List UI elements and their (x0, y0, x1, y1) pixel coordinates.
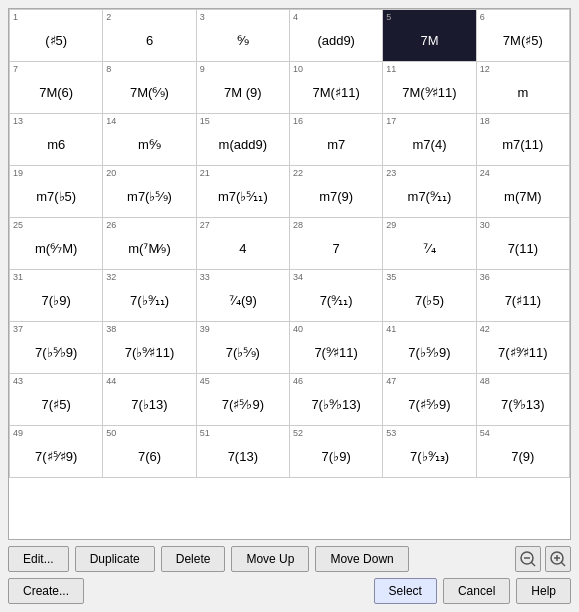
cell-number-49: 49 (13, 428, 23, 438)
cell-8[interactable]: 87M(⁶⁄₉) (103, 62, 196, 114)
cell-number-13: 13 (13, 116, 23, 126)
cell-number-11: 11 (386, 64, 396, 74)
cell-1[interactable]: 1(♯5) (10, 10, 103, 62)
cell-2[interactable]: 26 (103, 10, 196, 62)
cell-number-10: 10 (293, 64, 303, 74)
cell-49[interactable]: 497(♯⁵⁄♯9) (10, 426, 103, 478)
cell-number-35: 35 (386, 272, 396, 282)
cell-35[interactable]: 357(♭5) (383, 270, 476, 322)
cell-43[interactable]: 437(♯5) (10, 374, 103, 426)
edit-button[interactable]: Edit... (8, 546, 69, 572)
cell-23[interactable]: 23m7(⁹⁄₁₁) (383, 166, 476, 218)
cell-39[interactable]: 397(♭⁵⁄₉) (197, 322, 290, 374)
cell-36[interactable]: 367(♯11) (477, 270, 570, 322)
cell-34[interactable]: 347(⁹⁄₁₁) (290, 270, 383, 322)
cell-52[interactable]: 527(♭9) (290, 426, 383, 478)
cell-label-52: 7(♭9) (294, 428, 378, 475)
move-up-button[interactable]: Move Up (231, 546, 309, 572)
cell-28[interactable]: 287 (290, 218, 383, 270)
cell-number-9: 9 (200, 64, 205, 74)
cell-number-6: 6 (480, 12, 485, 22)
cell-41[interactable]: 417(♭⁵⁄♭9) (383, 322, 476, 374)
cell-number-28: 28 (293, 220, 303, 230)
cell-37[interactable]: 377(♭⁵⁄♭9) (10, 322, 103, 374)
cell-number-48: 48 (480, 376, 490, 386)
duplicate-button[interactable]: Duplicate (75, 546, 155, 572)
cell-53[interactable]: 537(♭⁹⁄₁₃) (383, 426, 476, 478)
cell-18[interactable]: 18m7(11) (477, 114, 570, 166)
cell-45[interactable]: 457(♯⁵⁄♭9) (197, 374, 290, 426)
cell-17[interactable]: 17m7(4) (383, 114, 476, 166)
zoom-out-button[interactable] (515, 546, 541, 572)
cell-11[interactable]: 117M(⁹⁄♯11) (383, 62, 476, 114)
cell-number-22: 22 (293, 168, 303, 178)
cell-number-43: 43 (13, 376, 23, 386)
select-button[interactable]: Select (374, 578, 437, 604)
cell-number-4: 4 (293, 12, 298, 22)
cell-26[interactable]: 26m(⁷M⁄₉) (103, 218, 196, 270)
cell-29[interactable]: 29⁷⁄₄ (383, 218, 476, 270)
cell-27[interactable]: 274 (197, 218, 290, 270)
cell-4[interactable]: 4(add9) (290, 10, 383, 62)
cell-21[interactable]: 21m7(♭⁵⁄₁₁) (197, 166, 290, 218)
cell-number-16: 16 (293, 116, 303, 126)
cell-number-3: 3 (200, 12, 205, 22)
cell-number-44: 44 (106, 376, 116, 386)
cell-32[interactable]: 327(♭⁹⁄₁₁) (103, 270, 196, 322)
cell-label-17: m7(4) (387, 116, 471, 163)
cell-label-4: (add9) (294, 12, 378, 59)
move-down-button[interactable]: Move Down (315, 546, 408, 572)
cell-46[interactable]: 467(♭⁹⁄♭13) (290, 374, 383, 426)
cell-number-15: 15 (200, 116, 210, 126)
cell-25[interactable]: 25m(⁶⁄₇M) (10, 218, 103, 270)
cell-16[interactable]: 16m7 (290, 114, 383, 166)
cell-19[interactable]: 19m7(♭5) (10, 166, 103, 218)
cell-5[interactable]: 57M (383, 10, 476, 62)
cell-7[interactable]: 77M(6) (10, 62, 103, 114)
cell-number-46: 46 (293, 376, 303, 386)
cell-label-23: m7(⁹⁄₁₁) (387, 168, 471, 215)
chord-grid-container[interactable]: 1(♯5)263⁶⁄₉4(add9)57M67M(♯5)77M(6)87M(⁶⁄… (8, 8, 571, 540)
cell-label-36: 7(♯11) (481, 272, 565, 319)
cell-label-20: m7(♭⁵⁄₉) (107, 168, 191, 215)
cell-label-21: m7(♭⁵⁄₁₁) (201, 168, 285, 215)
cell-number-17: 17 (386, 116, 396, 126)
cell-20[interactable]: 20m7(♭⁵⁄₉) (103, 166, 196, 218)
cell-6[interactable]: 67M(♯5) (477, 10, 570, 62)
cell-14[interactable]: 14m⁶⁄₉ (103, 114, 196, 166)
cell-12[interactable]: 12m (477, 62, 570, 114)
zoom-in-icon (549, 550, 567, 568)
cell-number-42: 42 (480, 324, 490, 334)
cell-31[interactable]: 317(♭9) (10, 270, 103, 322)
cell-3[interactable]: 3⁶⁄₉ (197, 10, 290, 62)
chord-grid: 1(♯5)263⁶⁄₉4(add9)57M67M(♯5)77M(6)87M(⁶⁄… (9, 9, 570, 478)
cell-label-31: 7(♭9) (14, 272, 98, 319)
cell-22[interactable]: 22m7(9) (290, 166, 383, 218)
cell-42[interactable]: 427(♯⁹⁄♯11) (477, 322, 570, 374)
cell-33[interactable]: 33⁷⁄₄(9) (197, 270, 290, 322)
cell-30[interactable]: 307(11) (477, 218, 570, 270)
cell-label-12: m (481, 64, 565, 111)
zoom-in-button[interactable] (545, 546, 571, 572)
cell-40[interactable]: 407(⁹⁄♯11) (290, 322, 383, 374)
create-button[interactable]: Create... (8, 578, 84, 604)
cancel-button[interactable]: Cancel (443, 578, 510, 604)
cell-label-35: 7(♭5) (387, 272, 471, 319)
help-button[interactable]: Help (516, 578, 571, 604)
cell-label-38: 7(♭⁹⁄♯11) (107, 324, 191, 371)
cell-label-13: m6 (14, 116, 98, 163)
cell-44[interactable]: 447(♭13) (103, 374, 196, 426)
cell-50[interactable]: 507(6) (103, 426, 196, 478)
cell-9[interactable]: 97M (9) (197, 62, 290, 114)
cell-51[interactable]: 517(13) (197, 426, 290, 478)
cell-54[interactable]: 547(9) (477, 426, 570, 478)
cell-15[interactable]: 15m(add9) (197, 114, 290, 166)
cell-number-32: 32 (106, 272, 116, 282)
cell-48[interactable]: 487(⁹⁄♭13) (477, 374, 570, 426)
cell-47[interactable]: 477(♯⁵⁄♭9) (383, 374, 476, 426)
cell-38[interactable]: 387(♭⁹⁄♯11) (103, 322, 196, 374)
delete-button[interactable]: Delete (161, 546, 226, 572)
cell-13[interactable]: 13m6 (10, 114, 103, 166)
cell-10[interactable]: 107M(♯11) (290, 62, 383, 114)
cell-24[interactable]: 24m(7M) (477, 166, 570, 218)
